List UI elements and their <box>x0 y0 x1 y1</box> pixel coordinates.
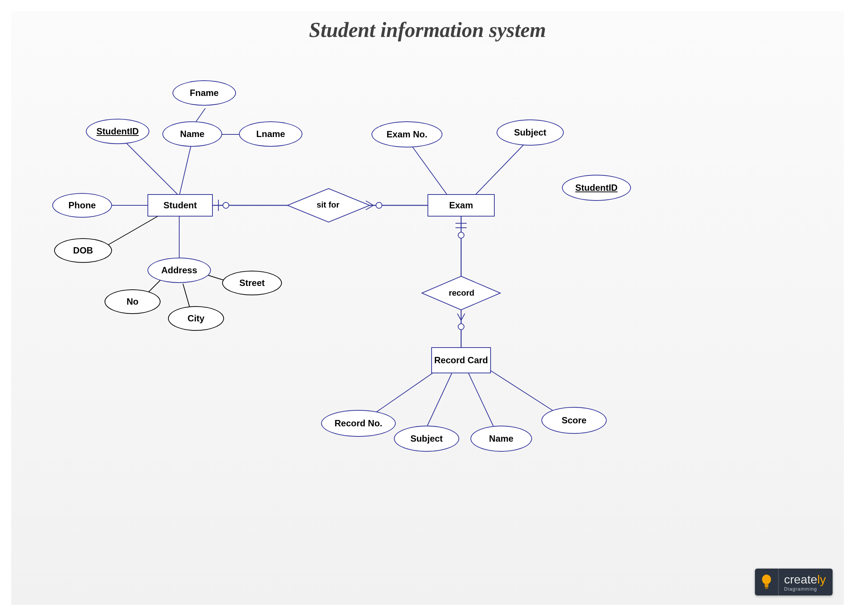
attr-recordno-label: Record No. <box>334 418 382 429</box>
attr-address-label: Address <box>161 265 197 276</box>
svg-line-27 <box>469 373 496 433</box>
attr-studentid: StudentID <box>86 119 149 144</box>
attr-subject-rc: Subject <box>394 426 459 452</box>
relationship-record: record <box>449 288 474 298</box>
attr-dob-label: DOB <box>73 245 93 256</box>
svg-rect-31 <box>765 588 768 589</box>
entity-exam: Exam <box>428 194 495 216</box>
attr-studentid-exam: StudentID <box>562 175 631 201</box>
attr-phone-label: Phone <box>68 200 96 211</box>
entity-recordcard-label: Record Card <box>434 355 488 366</box>
attr-fname: Fname <box>173 80 236 106</box>
attr-lname: Lname <box>239 121 302 147</box>
attr-subject-rc-label: Subject <box>410 434 443 444</box>
attr-street: Street <box>222 271 282 295</box>
logo-text: creately Diagramming <box>778 568 833 596</box>
entity-recordcard: Record Card <box>431 347 491 373</box>
svg-line-26 <box>426 373 452 429</box>
attr-studentid-exam-label: StudentID <box>575 182 618 193</box>
attr-no-label: No <box>127 296 138 307</box>
logo-subtitle: Diagramming <box>784 587 826 591</box>
attr-studentid-label: StudentID <box>97 126 138 136</box>
attr-city-label: City <box>187 313 204 324</box>
creately-logo: creately Diagramming <box>755 568 833 596</box>
svg-point-12 <box>223 202 229 208</box>
attr-phone: Phone <box>52 193 112 218</box>
svg-line-17 <box>474 142 526 196</box>
attr-subject-exam-label: Subject <box>514 127 547 138</box>
svg-line-16 <box>409 142 448 196</box>
attr-street-label: Street <box>239 278 265 288</box>
logo-brand-a: create <box>784 573 817 586</box>
bulb-icon <box>755 568 778 596</box>
attr-dob: DOB <box>54 238 112 263</box>
attr-name-label: Name <box>180 129 204 139</box>
svg-point-15 <box>376 202 382 208</box>
relationship-sitfor: sit for <box>317 200 339 210</box>
svg-line-1 <box>179 140 192 196</box>
attr-examno-label: Exam No. <box>386 129 427 139</box>
entity-student: Student <box>147 194 213 216</box>
attr-name-rc-label: Name <box>489 434 513 444</box>
attr-name: Name <box>162 121 222 147</box>
svg-line-8 <box>183 284 190 310</box>
attr-city: City <box>168 306 224 331</box>
logo-brand-b: ly <box>817 573 826 586</box>
attr-score: Score <box>541 407 607 434</box>
entity-student-label: Student <box>164 200 197 211</box>
attr-fname-label: Fname <box>190 88 218 98</box>
attr-score-label: Score <box>562 415 587 426</box>
diagram-canvas: Student information system <box>11 11 844 605</box>
svg-point-20 <box>458 232 464 238</box>
svg-point-24 <box>458 324 464 329</box>
svg-line-0 <box>120 136 179 196</box>
attr-examno: Exam No. <box>371 121 443 147</box>
svg-rect-30 <box>765 584 768 587</box>
attr-address: Address <box>147 257 211 283</box>
attr-subject-exam: Subject <box>496 120 564 146</box>
attr-name-rc: Name <box>470 426 532 452</box>
svg-point-29 <box>762 575 771 584</box>
attr-lname-label: Lname <box>256 129 285 139</box>
attr-no: No <box>104 289 161 314</box>
attr-recordno: Record No. <box>321 410 396 437</box>
entity-exam-label: Exam <box>449 200 473 211</box>
